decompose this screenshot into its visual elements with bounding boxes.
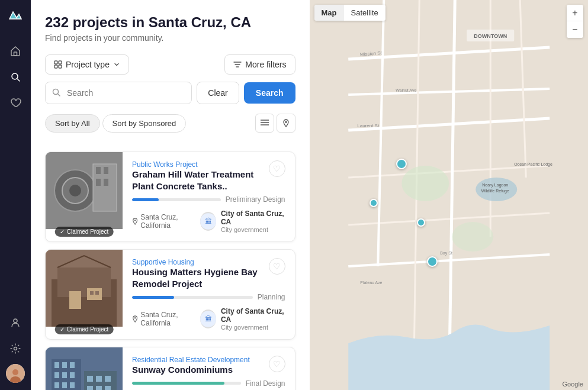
app-logo[interactable]	[7, 7, 24, 26]
svg-rect-60	[87, 386, 93, 390]
progress-bar	[132, 382, 224, 385]
filters-row: Project type More filters	[45, 54, 295, 75]
account-nav-icon[interactable]	[5, 312, 26, 333]
sort-all-tab[interactable]: Sort by All	[45, 114, 100, 133]
favorite-button[interactable]: ♡	[269, 356, 285, 372]
svg-rect-27	[104, 167, 108, 174]
progress-bar	[132, 198, 159, 201]
favorite-button[interactable]: ♡	[269, 160, 285, 177]
list-view-button[interactable]	[255, 114, 274, 133]
svg-rect-58	[96, 376, 102, 382]
progress-bar-wrap	[132, 382, 241, 385]
projects-list: ✓ Claimed Project Public Works Project G…	[31, 152, 310, 390]
project-type-icon	[54, 60, 62, 69]
sort-row: Sort by All Sort by Sponsored	[45, 114, 295, 133]
svg-point-24	[69, 185, 81, 196]
map-container[interactable]: DOWNTOWN Mission St Walnut Ave Laurent S…	[310, 0, 589, 390]
project-card: Residential Real Estate Development Sunw…	[45, 347, 295, 390]
map-background: DOWNTOWN Mission St Walnut Ave Laurent S…	[310, 0, 589, 390]
more-filters-button[interactable]: More filters	[224, 54, 295, 75]
zoom-in-button[interactable]: +	[567, 5, 583, 21]
sort-tabs: Sort by All Sort by Sponsored	[45, 114, 186, 133]
location-name: Santa Cruz, California	[140, 311, 200, 327]
owner-name: City of Santa Cruz, CA	[221, 307, 285, 324]
location-icon	[132, 217, 138, 225]
project-info-2: Supportive Housing Housing Matters Hygie…	[123, 250, 295, 339]
zoom-out-button[interactable]: −	[567, 21, 583, 38]
project-category: Supportive Housing	[132, 258, 269, 266]
svg-text:🏛: 🏛	[204, 217, 211, 225]
search-nav-icon[interactable]	[5, 66, 26, 88]
svg-text:🏛: 🏛	[204, 315, 211, 323]
map-panel: DOWNTOWN Mission St Walnut Ave Laurent S…	[310, 0, 589, 390]
svg-rect-29	[104, 179, 108, 186]
svg-line-2	[17, 79, 20, 81]
map-pin[interactable]	[417, 218, 425, 227]
progress-bar	[132, 296, 174, 299]
map-pin[interactable]	[369, 199, 378, 207]
svg-rect-26	[96, 167, 101, 174]
svg-rect-38	[69, 291, 81, 309]
svg-rect-35	[57, 267, 111, 297]
location-name: Santa Cruz, California	[140, 213, 200, 230]
progress-row: Final Design	[132, 379, 285, 388]
project-image-1: ✓ Claimed Project	[46, 152, 123, 241]
favorite-button[interactable]: ♡	[269, 258, 285, 275]
svg-rect-8	[54, 61, 57, 64]
project-card: ✓ Claimed Project Supportive Housing Hou…	[45, 249, 295, 340]
claimed-badge: ✓ Claimed Project	[55, 324, 114, 334]
map-type-map-button[interactable]: Map	[314, 5, 344, 21]
page-title: 232 projects in Santa Cruz, CA	[45, 14, 295, 31]
progress-label: Preliminary Design	[226, 195, 285, 204]
chevron-down-icon	[113, 61, 120, 68]
svg-point-20	[285, 121, 287, 123]
owner-type: City government	[221, 226, 285, 233]
search-button[interactable]: Search	[244, 82, 295, 104]
svg-rect-61	[96, 386, 102, 390]
svg-rect-9	[59, 61, 62, 64]
claimed-badge: ✓ Claimed Project	[55, 227, 114, 237]
search-input[interactable]	[45, 82, 192, 104]
user-avatar[interactable]	[6, 364, 25, 383]
svg-text:Plateau Ave: Plateau Ave	[360, 281, 382, 285]
owner-details: City of Santa Cruz, CA City government	[221, 209, 285, 233]
map-type-satellite-button[interactable]: Satellite	[344, 5, 385, 21]
progress-bar-wrap	[132, 296, 253, 299]
page-subtitle: Find projects in your community.	[45, 33, 295, 43]
search-row: Clear Search	[45, 82, 295, 104]
svg-text:Wildlife Refuge: Wildlife Refuge	[481, 189, 509, 194]
search-input-icon	[52, 88, 60, 98]
progress-row: Preliminary Design	[132, 195, 285, 204]
progress-label: Planning	[258, 293, 285, 301]
settings-nav-icon[interactable]	[5, 338, 26, 359]
svg-point-79	[452, 222, 493, 252]
project-location-row: Santa Cruz, California 🏛 City of Santa C…	[132, 209, 285, 233]
owner-logo: 🏛	[200, 310, 216, 328]
google-logo: Google	[563, 381, 583, 388]
heart-nav-icon[interactable]	[5, 92, 26, 114]
project-name: Sunway Condominiums	[132, 364, 245, 376]
svg-rect-54	[54, 382, 59, 388]
svg-rect-56	[70, 382, 75, 388]
map-pin[interactable]	[396, 159, 407, 169]
sort-sponsored-tab[interactable]: Sort by Sponsored	[102, 114, 187, 133]
map-zoom-controls: + −	[567, 5, 583, 38]
project-name: Graham Hill Water Treatment Plant Concre…	[132, 169, 264, 192]
svg-rect-53	[70, 372, 75, 378]
clear-button[interactable]: Clear	[197, 82, 239, 104]
project-type-label: Project type	[66, 60, 110, 69]
home-nav-icon[interactable]	[5, 40, 26, 62]
project-category: Residential Real Estate Development	[132, 356, 250, 364]
sidebar	[0, 0, 31, 390]
project-type-filter[interactable]: Project type	[45, 54, 129, 75]
owner-details: City of Santa Cruz, CA City government	[221, 307, 285, 331]
svg-point-3	[14, 319, 17, 323]
svg-point-78	[401, 166, 449, 201]
map-pin[interactable]	[427, 256, 438, 267]
progress-bar-wrap	[132, 198, 221, 201]
filter-icon	[233, 61, 242, 68]
project-image-2: ✓ Claimed Project	[46, 250, 123, 339]
map-view-button[interactable]	[277, 114, 295, 133]
svg-line-16	[58, 94, 60, 96]
svg-text:Neary Lagoon: Neary Lagoon	[482, 183, 508, 188]
